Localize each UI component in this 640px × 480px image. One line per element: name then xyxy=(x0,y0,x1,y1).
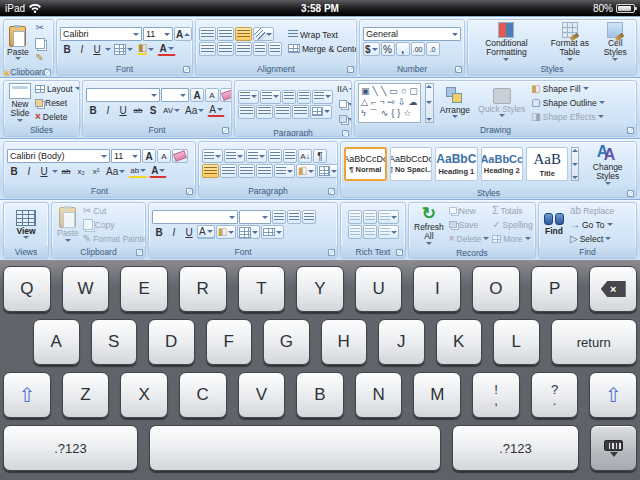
shape-round-rect-icon[interactable]: ▢ xyxy=(409,86,418,97)
grow-font-button[interactable]: A xyxy=(174,27,192,41)
italic-button[interactable]: I xyxy=(22,164,36,178)
new-record-button[interactable]: New xyxy=(449,204,489,217)
smartart-button[interactable] xyxy=(335,112,352,126)
key-numbers-left[interactable]: .?123 xyxy=(3,425,138,471)
bullets-button[interactable] xyxy=(202,149,223,163)
increase-decimal-button[interactable]: .00 xyxy=(411,42,425,56)
shape-right-arrow-icon[interactable]: ⇨ xyxy=(387,97,395,108)
find-button[interactable]: Find xyxy=(542,212,566,237)
key-h[interactable]: H xyxy=(321,319,368,365)
fill-color-button[interactable]: ◧ xyxy=(216,225,236,239)
grow-font-button[interactable]: A xyxy=(190,88,204,102)
cell-styles-button[interactable]: Cell Styles xyxy=(598,21,633,62)
dialog-launcher[interactable] xyxy=(328,188,335,195)
character-spacing-button[interactable]: AV xyxy=(161,103,182,117)
clear-formatting-button[interactable] xyxy=(220,88,232,102)
font-size-select[interactable] xyxy=(161,88,189,102)
key-w[interactable]: W xyxy=(62,266,110,312)
key-u[interactable]: U xyxy=(355,266,403,312)
percent-button[interactable]: % xyxy=(381,42,395,56)
currency-button[interactable]: $ xyxy=(363,42,380,56)
subscript-button[interactable]: x₂ xyxy=(74,164,88,178)
show-marks-button[interactable]: ¶ xyxy=(313,149,327,163)
key-f[interactable]: F xyxy=(206,319,253,365)
align-center-button[interactable] xyxy=(217,42,234,56)
key-shift-right[interactable]: ⇧ xyxy=(589,372,637,418)
font-name-select[interactable]: Calibri (Body) xyxy=(7,149,110,163)
justify-button[interactable] xyxy=(256,164,273,178)
increase-indent-button[interactable] xyxy=(283,149,297,163)
shape-arc-icon[interactable]: ⌒ xyxy=(369,108,378,119)
highlight-button[interactable]: ab xyxy=(128,164,148,178)
align-text-button[interactable] xyxy=(335,97,352,111)
key-n[interactable]: N xyxy=(355,372,403,418)
key-c[interactable]: C xyxy=(179,372,227,418)
dialog-launcher[interactable] xyxy=(136,249,143,256)
font-color-button[interactable]: A xyxy=(157,42,175,56)
bold-button[interactable]: B xyxy=(86,103,100,117)
key-numbers-right[interactable]: .?123 xyxy=(452,425,579,471)
style-heading2[interactable]: AaBbCc Heading 2 xyxy=(481,147,523,181)
line-spacing-button[interactable] xyxy=(274,164,295,178)
highlight-button[interactable] xyxy=(378,225,399,239)
key-t[interactable]: T xyxy=(238,266,286,312)
cut-button[interactable]: ✂Cut xyxy=(83,204,146,217)
decrease-indent-button[interactable] xyxy=(282,90,296,104)
view-button[interactable]: View xyxy=(14,209,38,241)
decrease-list-level-button[interactable] xyxy=(348,210,362,224)
align-left-button[interactable] xyxy=(202,164,219,178)
top-align-button[interactable] xyxy=(199,27,216,41)
key-x[interactable]: X xyxy=(120,372,168,418)
underline-button[interactable]: U xyxy=(116,103,130,117)
merge-center-button[interactable]: Merge & Center xyxy=(288,42,357,55)
save-record-button[interactable]: Save xyxy=(449,218,489,231)
italic-button[interactable]: I xyxy=(101,103,115,117)
key-a[interactable]: A xyxy=(33,319,80,365)
align-right-button[interactable] xyxy=(302,210,316,224)
key-backspace[interactable]: × xyxy=(589,266,637,312)
increase-list-level-button[interactable] xyxy=(363,210,377,224)
dialog-launcher[interactable] xyxy=(342,130,349,137)
shape-cloud-icon[interactable]: ☁ xyxy=(409,97,418,108)
conditional-formatting-button[interactable]: Conditional Formatting xyxy=(471,21,542,62)
multilevel-list-button[interactable] xyxy=(246,149,267,163)
shape-left-brace-icon[interactable]: { xyxy=(391,108,394,119)
dialog-launcher[interactable] xyxy=(222,127,229,134)
columns-button[interactable] xyxy=(310,105,332,119)
copy-button[interactable] xyxy=(33,36,47,50)
spelling-button[interactable]: ✓Spelling xyxy=(492,218,533,231)
key-z[interactable]: Z xyxy=(62,372,110,418)
borders-button[interactable] xyxy=(112,42,135,56)
goto-button[interactable]: →Go To xyxy=(570,218,613,231)
grow-font-button[interactable]: A xyxy=(142,149,156,163)
dialog-launcher[interactable] xyxy=(347,66,354,73)
decrease-indent-button[interactable] xyxy=(253,42,267,56)
arrange-button[interactable]: Arrange xyxy=(438,86,472,120)
key-dismiss-keyboard[interactable] xyxy=(590,425,637,471)
shape-fill-button[interactable]: ◧Shape Fill xyxy=(531,82,588,95)
key-return[interactable]: return xyxy=(551,319,638,365)
align-center-button[interactable] xyxy=(220,164,237,178)
align-left-button[interactable] xyxy=(272,210,286,224)
totals-button[interactable]: ΣTotals xyxy=(492,204,533,217)
layout-button[interactable]: Layout xyxy=(35,82,80,95)
gridlines-button[interactable] xyxy=(237,225,260,239)
shapes-gallery[interactable]: ▣╲╲▭○▢ △⌐¬⇨⇩☁ ϟ⌒∿{}☆ xyxy=(358,83,421,123)
styles-scrollbar[interactable] xyxy=(571,147,579,181)
change-styles-button[interactable]: AA Change Styles xyxy=(582,143,633,186)
italic-button[interactable]: I xyxy=(167,225,181,239)
font-color-button[interactable]: A xyxy=(197,225,215,239)
key-exclaim-comma[interactable]: !, xyxy=(472,372,520,418)
font-size-select[interactable]: 11 xyxy=(111,149,141,163)
shapes-scrollbar[interactable] xyxy=(425,83,434,123)
font-name-select[interactable] xyxy=(152,210,238,224)
font-name-select[interactable] xyxy=(86,88,160,102)
more-button[interactable]: More xyxy=(492,232,533,245)
key-space[interactable] xyxy=(149,425,441,471)
key-m[interactable]: M xyxy=(413,372,461,418)
font-color-button[interactable]: A xyxy=(149,164,167,178)
increase-indent-button[interactable] xyxy=(297,90,311,104)
bullets-button[interactable] xyxy=(238,90,259,104)
dialog-launcher[interactable] xyxy=(186,188,193,195)
format-as-table-button[interactable]: Format as Table xyxy=(544,21,596,62)
